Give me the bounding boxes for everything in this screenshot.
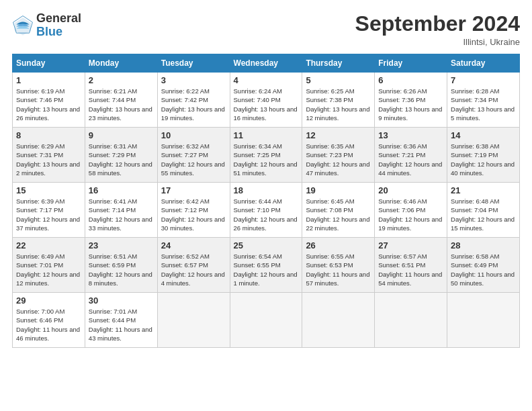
calendar-cell: 21 Sunrise: 6:48 AMSunset: 7:04 PMDaylig… [447, 183, 520, 238]
day-info: Sunrise: 6:48 AMSunset: 7:04 PMDaylight:… [451, 197, 516, 232]
calendar-cell: 13 Sunrise: 6:36 AMSunset: 7:21 PMDaylig… [375, 128, 447, 183]
calendar-week-5: 29 Sunrise: 7:00 AMSunset: 6:46 PMDaylig… [13, 293, 520, 348]
day-info: Sunrise: 6:24 AMSunset: 7:40 PMDaylight:… [234, 87, 299, 122]
day-number: 20 [378, 185, 443, 195]
col-monday: Monday [85, 54, 157, 73]
calendar-cell: 1 Sunrise: 6:19 AMSunset: 7:46 PMDayligh… [13, 73, 85, 128]
day-info: Sunrise: 6:28 AMSunset: 7:34 PMDaylight:… [451, 87, 516, 122]
logo-icon [12, 15, 34, 36]
calendar-cell: 27 Sunrise: 6:57 AMSunset: 6:51 PMDaylig… [375, 238, 447, 293]
col-friday: Friday [375, 54, 447, 73]
day-number: 7 [451, 75, 516, 85]
calendar-cell: 7 Sunrise: 6:28 AMSunset: 7:34 PMDayligh… [447, 73, 520, 128]
day-number: 26 [306, 240, 371, 250]
calendar-cell: 4 Sunrise: 6:24 AMSunset: 7:40 PMDayligh… [230, 73, 302, 128]
day-number: 10 [161, 130, 226, 140]
calendar-cell [302, 293, 375, 348]
calendar-cell: 2 Sunrise: 6:21 AMSunset: 7:44 PMDayligh… [85, 73, 157, 128]
calendar-cell: 23 Sunrise: 6:51 AMSunset: 6:59 PMDaylig… [85, 238, 157, 293]
day-number: 6 [378, 75, 443, 85]
day-info: Sunrise: 6:49 AMSunset: 7:01 PMDaylight:… [16, 252, 81, 287]
calendar-cell: 19 Sunrise: 6:45 AMSunset: 7:08 PMDaylig… [302, 183, 375, 238]
day-number: 19 [306, 185, 371, 195]
calendar-cell: 10 Sunrise: 6:32 AMSunset: 7:27 PMDaylig… [157, 128, 230, 183]
calendar-week-4: 22 Sunrise: 6:49 AMSunset: 7:01 PMDaylig… [13, 238, 520, 293]
title-block: September 2024 Illintsi, Ukraine [355, 12, 520, 47]
calendar-header-row: Sunday Monday Tuesday Wednesday Thursday… [13, 54, 520, 73]
day-number: 5 [306, 75, 371, 85]
logo-text: General Blue [36, 12, 81, 39]
day-info: Sunrise: 6:25 AMSunset: 7:38 PMDaylight:… [306, 87, 371, 122]
day-number: 8 [16, 130, 81, 140]
day-info: Sunrise: 6:46 AMSunset: 7:06 PMDaylight:… [378, 197, 443, 232]
day-info: Sunrise: 6:21 AMSunset: 7:44 PMDaylight:… [89, 87, 154, 122]
calendar-week-1: 1 Sunrise: 6:19 AMSunset: 7:46 PMDayligh… [13, 73, 520, 128]
day-info: Sunrise: 6:36 AMSunset: 7:21 PMDaylight:… [378, 142, 443, 177]
day-info: Sunrise: 6:58 AMSunset: 6:49 PMDaylight:… [451, 252, 516, 287]
calendar-week-3: 15 Sunrise: 6:39 AMSunset: 7:17 PMDaylig… [13, 183, 520, 238]
calendar-cell [447, 293, 520, 348]
day-info: Sunrise: 6:41 AMSunset: 7:14 PMDaylight:… [89, 197, 154, 232]
calendar-cell: 8 Sunrise: 6:29 AMSunset: 7:31 PMDayligh… [13, 128, 85, 183]
logo-general: General [36, 11, 81, 25]
day-number: 9 [89, 130, 154, 140]
day-info: Sunrise: 6:26 AMSunset: 7:36 PMDaylight:… [378, 87, 443, 122]
day-number: 12 [306, 130, 371, 140]
day-number: 4 [234, 75, 299, 85]
calendar-cell: 15 Sunrise: 6:39 AMSunset: 7:17 PMDaylig… [13, 183, 85, 238]
day-number: 29 [16, 295, 81, 306]
calendar-cell [375, 293, 447, 348]
day-number: 28 [451, 240, 516, 250]
day-info: Sunrise: 6:55 AMSunset: 6:53 PMDaylight:… [306, 252, 371, 287]
calendar: Sunday Monday Tuesday Wednesday Thursday… [12, 54, 520, 348]
day-number: 14 [451, 130, 516, 140]
day-info: Sunrise: 6:22 AMSunset: 7:42 PMDaylight:… [161, 87, 226, 122]
calendar-cell: 9 Sunrise: 6:31 AMSunset: 7:29 PMDayligh… [85, 128, 157, 183]
day-number: 3 [161, 75, 226, 85]
day-number: 23 [89, 240, 154, 250]
logo: General Blue [12, 12, 81, 39]
day-info: Sunrise: 7:00 AMSunset: 6:46 PMDaylight:… [16, 307, 81, 342]
day-info: Sunrise: 6:44 AMSunset: 7:10 PMDaylight:… [234, 197, 299, 232]
calendar-cell: 5 Sunrise: 6:25 AMSunset: 7:38 PMDayligh… [302, 73, 375, 128]
calendar-cell: 6 Sunrise: 6:26 AMSunset: 7:36 PMDayligh… [375, 73, 447, 128]
day-info: Sunrise: 6:38 AMSunset: 7:19 PMDaylight:… [451, 142, 516, 177]
day-number: 25 [234, 240, 299, 250]
calendar-cell: 12 Sunrise: 6:35 AMSunset: 7:23 PMDaylig… [302, 128, 375, 183]
day-number: 17 [161, 185, 226, 195]
calendar-cell: 17 Sunrise: 6:42 AMSunset: 7:12 PMDaylig… [157, 183, 230, 238]
calendar-cell: 30 Sunrise: 7:01 AMSunset: 6:44 PMDaylig… [85, 293, 157, 348]
day-number: 30 [89, 295, 154, 306]
day-info: Sunrise: 6:34 AMSunset: 7:25 PMDaylight:… [234, 142, 299, 177]
logo-blue: Blue [36, 25, 62, 38]
day-info: Sunrise: 6:35 AMSunset: 7:23 PMDaylight:… [306, 142, 371, 177]
calendar-cell [157, 293, 230, 348]
calendar-cell: 26 Sunrise: 6:55 AMSunset: 6:53 PMDaylig… [302, 238, 375, 293]
day-info: Sunrise: 6:42 AMSunset: 7:12 PMDaylight:… [161, 197, 226, 232]
calendar-cell [230, 293, 302, 348]
day-number: 21 [451, 185, 516, 195]
day-number: 24 [161, 240, 226, 250]
location: Illintsi, Ukraine [355, 37, 520, 47]
day-info: Sunrise: 6:39 AMSunset: 7:17 PMDaylight:… [16, 197, 81, 232]
col-tuesday: Tuesday [157, 54, 230, 73]
day-number: 27 [378, 240, 443, 250]
day-number: 22 [16, 240, 81, 250]
day-info: Sunrise: 6:54 AMSunset: 6:55 PMDaylight:… [234, 252, 299, 287]
day-info: Sunrise: 6:52 AMSunset: 6:57 PMDaylight:… [161, 252, 226, 287]
header: General Blue September 2024 Illintsi, Uk… [12, 12, 520, 47]
page: General Blue September 2024 Illintsi, Uk… [0, 0, 532, 411]
calendar-cell: 16 Sunrise: 6:41 AMSunset: 7:14 PMDaylig… [85, 183, 157, 238]
calendar-week-2: 8 Sunrise: 6:29 AMSunset: 7:31 PMDayligh… [13, 128, 520, 183]
calendar-cell: 22 Sunrise: 6:49 AMSunset: 7:01 PMDaylig… [13, 238, 85, 293]
calendar-cell: 28 Sunrise: 6:58 AMSunset: 6:49 PMDaylig… [447, 238, 520, 293]
month-title: September 2024 [355, 12, 520, 36]
calendar-cell: 29 Sunrise: 7:00 AMSunset: 6:46 PMDaylig… [13, 293, 85, 348]
day-number: 18 [234, 185, 299, 195]
day-info: Sunrise: 6:19 AMSunset: 7:46 PMDaylight:… [16, 87, 81, 122]
day-number: 2 [89, 75, 154, 85]
col-wednesday: Wednesday [230, 54, 302, 73]
calendar-cell: 3 Sunrise: 6:22 AMSunset: 7:42 PMDayligh… [157, 73, 230, 128]
day-info: Sunrise: 6:29 AMSunset: 7:31 PMDaylight:… [16, 142, 81, 177]
day-number: 1 [16, 75, 81, 85]
